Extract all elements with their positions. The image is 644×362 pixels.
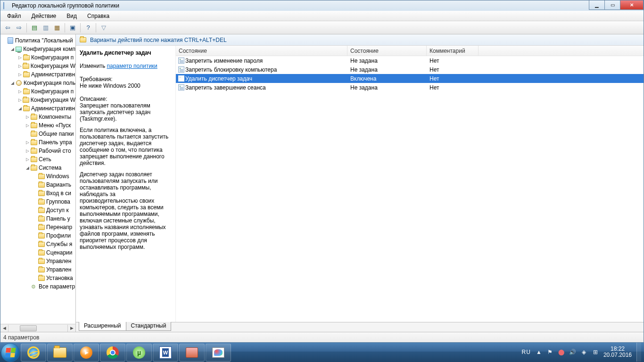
col-state[interactable]: Состояние [347,46,427,56]
maximize-button[interactable] [604,0,620,10]
up-button[interactable]: ▤ [29,23,40,33]
tree-item[interactable]: ▷Конфигурация W [0,62,75,70]
tree-item[interactable]: ▷Сеть [0,155,75,164]
expander-icon[interactable]: ▷ [17,72,23,77]
scroll-left-arrow[interactable]: ◀ [0,325,8,332]
menu-file[interactable]: Файл [2,12,26,20]
expander-icon[interactable]: ▷ [25,157,30,162]
tree-item[interactable]: ▷Панель упра [0,138,75,147]
tray-network-icon[interactable]: ◈ [581,349,587,355]
tree-item[interactable]: Профили [0,231,75,240]
policy-row[interactable]: Запретить завершение сеансаНе заданаНет [176,83,644,92]
back-button[interactable]: ⇦ [2,23,13,33]
app-window: Редактор локальной групповой политики Фа… [0,0,644,343]
tree-item[interactable]: ▷Конфигурация п [0,87,75,96]
tree-item[interactable]: ▷Конфигурация W [0,96,75,104]
tree-item[interactable]: Вход в си [0,189,75,197]
policy-row[interactable]: Запретить изменение пароляНе заданаНет [176,56,644,65]
tree-item[interactable]: Перенапр [0,223,75,231]
tree-hscrollbar[interactable]: ◀ ▶ [0,324,75,332]
tray-volume-icon[interactable]: 🔊 [570,349,576,355]
tree-item[interactable]: ▷Меню «Пуск [0,121,75,130]
close-button[interactable] [620,0,644,10]
scroll-thumb[interactable] [20,325,37,331]
tree-item[interactable]: Управлен [0,265,75,274]
tray-up-icon[interactable]: ▲ [536,349,542,355]
expander-icon[interactable]: ▷ [25,123,30,128]
taskbar-utorrent[interactable]: µ [126,344,152,362]
expander-icon[interactable]: ▷ [17,55,23,60]
toolbox-icon [186,347,198,358]
tree-item[interactable]: Управлен [0,257,75,265]
tree-item[interactable]: Сценарии [0,248,75,257]
tree-item[interactable]: ⚙Все параметр [0,282,75,291]
policy-name: Запретить блокировку компьютера [185,66,277,73]
expander-icon[interactable]: ▷ [17,89,23,94]
tab-standard[interactable]: Стандартный [126,322,172,331]
edit-prefix: Изменить [80,63,107,69]
folder-icon [38,191,45,196]
tab-extended[interactable]: Расширенный [79,322,126,331]
expander-icon[interactable]: ▷ [17,98,23,102]
tray-misc-icon[interactable]: ⊞ [592,349,599,355]
tree-item[interactable]: Windows [0,172,75,181]
export-button[interactable]: ▦ [52,23,62,33]
col-name[interactable]: Состояние [176,46,347,56]
expander-icon[interactable]: ◢ [10,81,15,85]
taskbar-chrome[interactable] [100,344,125,362]
tree-item[interactable]: ▷Компоненты [0,113,75,121]
tree-item[interactable]: ◢Система [0,164,75,172]
menu-view[interactable]: Вид [62,12,82,20]
start-button[interactable] [1,343,20,362]
policy-title: Удалить диспетчер задач [80,49,173,56]
titlebar[interactable]: Редактор локальной групповой политики [0,0,644,11]
expander-icon[interactable]: ◢ [17,106,23,111]
taskbar-mediaplayer[interactable] [74,344,99,362]
tree-item[interactable]: ▷Рабочий сто [0,147,75,155]
col-comment[interactable]: Комментарий [427,46,479,56]
tree-item[interactable]: Группова [0,197,75,206]
tree-item[interactable]: ▷Конфигурация п [0,53,75,62]
taskbar-paint[interactable] [206,344,231,362]
tree-item[interactable]: Установка [0,274,75,282]
policy-row[interactable]: Удалить диспетчер задачВключенаНет [176,74,644,83]
expander-icon[interactable]: ▷ [25,148,30,153]
taskbar-word[interactable]: W [153,344,178,362]
tree-item[interactable]: Доступ к [0,206,75,214]
taskbar-ie[interactable] [21,344,46,362]
expander-icon[interactable]: ▷ [25,115,30,119]
policy-row[interactable]: Запретить блокировку компьютераНе задана… [176,65,644,74]
tree-item[interactable]: ◢Конфигурация поль [0,79,75,87]
forward-button[interactable]: ⇨ [14,23,24,33]
filter-button[interactable]: ▽ [99,23,109,33]
menu-action[interactable]: Действие [27,12,61,20]
expander-icon[interactable]: ◢ [10,47,15,51]
tree-item[interactable]: ◢Административн [0,104,75,113]
edit-policy-link[interactable]: параметр политики [107,63,157,69]
tree-root[interactable]: Политика "Локальный [0,36,75,45]
taskbar-explorer[interactable] [47,344,73,362]
show-hide-button[interactable]: ▥ [41,23,51,33]
help-button[interactable]: ? [83,23,93,33]
expander-icon[interactable]: ◢ [25,165,30,170]
tree[interactable]: Политика "Локальный◢Конфигурация комп▷Ко… [0,34,75,324]
menu-help[interactable]: Справка [83,12,114,20]
tree-item[interactable]: Варианть [0,181,75,189]
tree-item[interactable]: Службы я [0,240,75,248]
tray-security-icon[interactable]: ⬤ [558,349,565,355]
tray-flag-icon[interactable]: ⚑ [547,349,553,355]
tree-item[interactable]: Панель у [0,214,75,223]
tree-item[interactable]: ◢Конфигурация комп [0,45,75,53]
expander-icon[interactable]: ▷ [17,64,23,68]
tree-item[interactable]: Общие папки [0,130,75,138]
expander-icon[interactable]: ▷ [25,140,30,145]
scroll-right-arrow[interactable]: ▶ [67,325,75,332]
language-indicator[interactable]: RU [522,349,531,355]
show-desktop-button[interactable] [636,343,641,362]
folder-icon [31,165,37,171]
taskbar-toolbox[interactable] [179,344,205,362]
properties-button[interactable]: ▣ [67,23,78,33]
tree-item[interactable]: ▷Административн [0,70,75,79]
minimize-button[interactable] [589,0,605,10]
clock[interactable]: 18:22 20.07.2016 [603,346,632,358]
